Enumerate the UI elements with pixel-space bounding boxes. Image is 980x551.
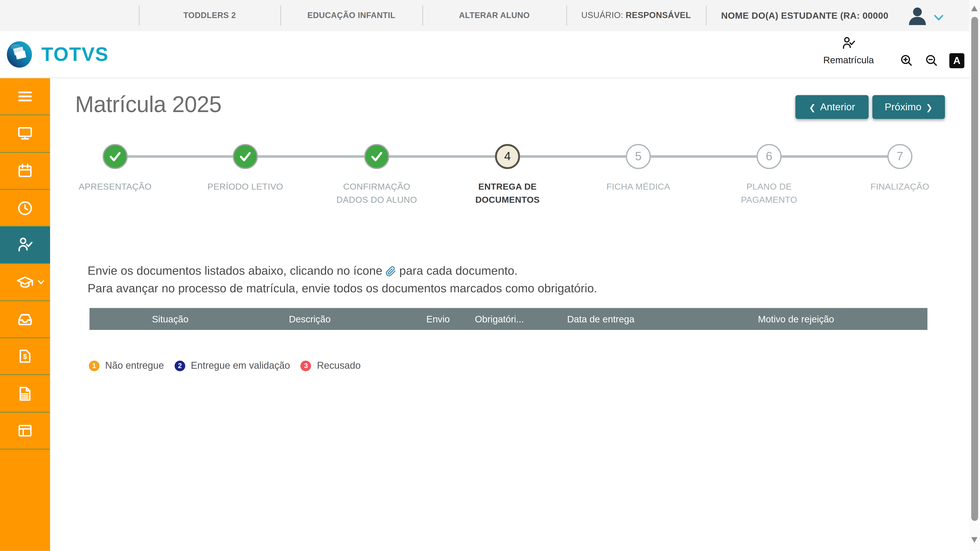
status-badge-2: 2 <box>175 360 185 371</box>
step-6-plano-pagamento[interactable]: 6 <box>757 144 781 169</box>
previous-button[interactable]: ❮ Anterior <box>795 95 869 119</box>
page-title: Matrícula 2025 <box>75 91 221 118</box>
app-window: TODDLERS 2 EDUCAÇÃO INFANTIL ALTERAR ALU… <box>0 0 980 551</box>
step-4-label: ENTREGA DE DOCUMENTOS <box>467 180 548 207</box>
document-icon <box>16 385 34 402</box>
calendar-icon <box>16 162 34 180</box>
status-badge-1: 1 <box>89 360 100 371</box>
documents-table-header: Situação Descrição Envio Obrigatóri... D… <box>89 308 928 330</box>
instructions-line-1-before: Envie os documentos listados abaixo, cli… <box>88 264 382 277</box>
vertical-scrollbar[interactable] <box>969 0 980 551</box>
class-name-label: TODDLERS 2 <box>139 0 280 31</box>
instructions-line-1: Envie os documentos listados abaixo, cli… <box>88 263 776 280</box>
top-context-bar: TODDLERS 2 EDUCAÇÃO INFANTIL ALTERAR ALU… <box>0 0 969 31</box>
sidebar-item-clock[interactable] <box>0 190 50 227</box>
sidebar-item-calendar[interactable] <box>0 152 50 190</box>
education-level-label: EDUCAÇÃO INFANTIL <box>280 0 423 31</box>
chevron-right-icon: ❯ <box>926 102 933 111</box>
user-avatar-icon[interactable] <box>906 5 929 27</box>
zoom-in-icon[interactable] <box>899 53 914 68</box>
zoom-out-icon[interactable] <box>924 53 939 68</box>
legend-label-2: Entregue em validação <box>191 360 290 371</box>
chevron-left-icon: ❮ <box>809 102 816 111</box>
legend-label-1: Não entregue <box>105 360 164 371</box>
contrast-icon[interactable]: A <box>949 53 964 68</box>
scroll-up-arrow[interactable] <box>971 6 978 11</box>
previous-button-label: Anterior <box>820 101 855 113</box>
person-check-icon <box>16 236 34 254</box>
status-badge-3: 3 <box>301 360 311 371</box>
step-6-label: PLANO DE PAGAMENTO <box>728 180 810 207</box>
step-7-label: FINALIZAÇÃO <box>859 180 940 193</box>
column-envio: Envio <box>426 308 450 330</box>
sidebar-item-reports[interactable] <box>0 375 50 412</box>
inbox-icon <box>16 310 34 329</box>
user-value: RESPONSÁVEL <box>626 11 691 20</box>
step-2-label: PERÍODO LETIVO <box>205 180 286 193</box>
invoice-icon: $ <box>16 347 34 365</box>
legend-item-recusado: 3 Recusado <box>301 360 361 371</box>
sidebar-item-enrollment[interactable] <box>0 227 50 264</box>
graduation-cap-icon <box>16 273 34 291</box>
step-1-label: APRESENTAÇÃO <box>75 180 156 193</box>
student-name-button[interactable]: NOME DO(A) ESTUDANTE (RA: 00000 <box>707 0 902 31</box>
status-legend: 1 Não entregue 2 Entregue em validação 3… <box>89 360 371 371</box>
step-4-entrega-documentos[interactable]: 4 <box>495 144 520 169</box>
step-1-apresentacao[interactable] <box>103 144 127 169</box>
totvs-logo: TOTVS <box>6 40 119 70</box>
totvs-wordmark: TOTVS <box>41 43 109 66</box>
check-icon <box>371 151 383 162</box>
check-icon <box>109 151 121 162</box>
rematricula-nav[interactable]: Rematrícula <box>817 35 880 65</box>
chevron-down-icon <box>38 280 45 285</box>
sidebar-item-financial[interactable]: $ <box>0 338 50 375</box>
svg-text:$: $ <box>23 353 27 361</box>
chevron-down-icon[interactable] <box>934 13 944 19</box>
sidebar-item-monitor[interactable] <box>0 115 50 153</box>
step-5-label: FICHA MÉDICA <box>598 180 679 193</box>
step-5-ficha-medica[interactable]: 5 <box>626 144 651 169</box>
column-data-entrega: Data de entrega <box>567 308 634 330</box>
column-obrigatorio: Obrigatóri... <box>475 308 524 330</box>
user-role-label: USUÁRIO: RESPONSÁVEL <box>566 0 706 31</box>
sidebar-item-inbox[interactable] <box>0 301 50 338</box>
legend-item-em-validacao: 2 Entregue em validação <box>175 360 290 371</box>
person-check-icon <box>840 35 857 51</box>
sidebar-item-layout[interactable] <box>0 412 50 450</box>
divider <box>706 6 706 25</box>
monitor-icon <box>16 125 34 142</box>
column-descricao: Descrição <box>289 308 331 330</box>
step-3-confirmacao[interactable] <box>364 144 389 169</box>
sidebar-item-academic[interactable] <box>0 264 50 301</box>
paperclip-icon <box>385 265 396 280</box>
column-motivo-rejeicao: Motivo de rejeição <box>758 308 834 330</box>
step-3-label: CONFIRMAÇÃO DADOS DO ALUNO <box>336 180 417 207</box>
instructions-line-1-after: para cada documento. <box>399 264 518 277</box>
clock-icon <box>16 199 34 217</box>
check-icon <box>239 151 251 162</box>
brand-bar: TOTVS Rematrícula A <box>0 31 980 78</box>
change-student-button[interactable]: ALTERAR ALUNO <box>423 0 566 31</box>
scrollbar-thumb[interactable] <box>971 17 978 521</box>
sidebar-item-menu[interactable] <box>0 78 50 115</box>
instructions-text: Envie os documentos listados abaixo, cli… <box>88 263 776 296</box>
menu-icon <box>16 88 34 105</box>
next-button[interactable]: Próximo ❯ <box>872 95 945 119</box>
layout-icon <box>16 422 34 440</box>
next-button-label: Próximo <box>885 101 921 113</box>
sidebar: $ <box>0 78 50 551</box>
legend-label-3: Recusado <box>317 360 361 371</box>
user-prefix: USUÁRIO: <box>581 11 626 20</box>
rematricula-label: Rematrícula <box>817 54 880 65</box>
legend-item-nao-entregue: 1 Não entregue <box>89 360 164 371</box>
scroll-down-arrow[interactable] <box>971 537 978 543</box>
column-situacao: Situação <box>152 308 188 330</box>
instructions-line-2: Para avançar no processo de matrícula, e… <box>88 280 776 296</box>
step-2-periodo-letivo[interactable] <box>233 144 258 169</box>
step-7-finalizacao[interactable]: 7 <box>887 144 912 169</box>
